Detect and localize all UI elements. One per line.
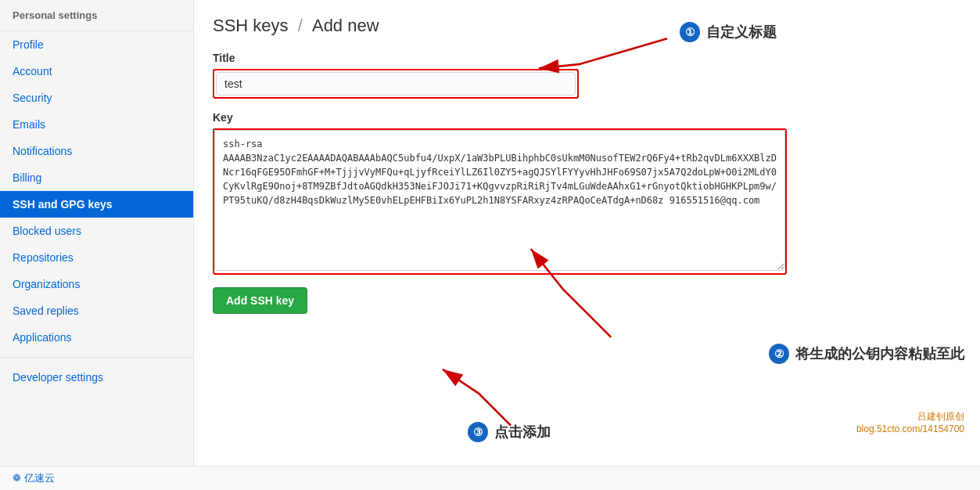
title-label: Title <box>213 52 961 64</box>
badge-2: ② <box>769 344 789 364</box>
key-textarea[interactable]: ssh-rsa AAAAB3NzaC1yc2EAAAADAQABAAAbAQC5… <box>214 130 785 271</box>
sidebar: Personal settings Profile Account Securi… <box>0 0 194 466</box>
annotation-2: ② 将生成的公钥内容粘贴至此 <box>769 344 964 364</box>
page-title-separator: / <box>298 16 307 35</box>
sidebar-item-emails[interactable]: Emails <box>0 111 193 138</box>
key-textarea-wrapper: ssh-rsa AAAAB3NzaC1yc2EAAAADAQABAAAbAQC5… <box>213 128 787 275</box>
sidebar-item-notifications[interactable]: Notifications <box>0 138 193 164</box>
page-title: SSH keys / Add new <box>213 16 961 36</box>
annotation-2-text: 将生成的公钥内容粘贴至此 <box>795 344 964 363</box>
footer-logo: ❁ 亿速云 <box>13 471 55 485</box>
watermark-line1: 吕建钊原创 <box>856 410 964 423</box>
sidebar-item-saved-replies[interactable]: Saved replies <box>0 297 193 324</box>
sidebar-item-profile[interactable]: Profile <box>0 31 193 58</box>
sidebar-item-developer-settings[interactable]: Developer settings <box>0 364 193 391</box>
sidebar-item-account[interactable]: Account <box>0 58 193 85</box>
annotation-3-text: 点击添加 <box>494 423 551 441</box>
watermark: 吕建钊原创 blog.51cto.com/14154700 <box>856 410 964 434</box>
title-form-group: Title <box>213 52 961 99</box>
page-title-suffix: Add new <box>312 16 379 35</box>
main-content: SSH keys / Add new Title Key ssh-rsa AAA… <box>194 0 980 466</box>
badge-3: ③ <box>468 422 488 442</box>
sidebar-item-repositories[interactable]: Repositories <box>0 244 193 271</box>
sidebar-item-organizations[interactable]: Organizations <box>0 271 193 297</box>
page-title-prefix: SSH keys <box>213 16 289 35</box>
sidebar-item-blocked-users[interactable]: Blocked users <box>0 218 193 244</box>
title-input-wrapper <box>213 69 579 99</box>
sidebar-item-security[interactable]: Security <box>0 85 193 111</box>
sidebar-header: Personal settings <box>0 0 193 31</box>
watermark-line2: blog.51cto.com/14154700 <box>856 423 964 434</box>
sidebar-item-billing[interactable]: Billing <box>0 164 193 191</box>
sidebar-item-applications[interactable]: Applications <box>0 324 193 351</box>
submit-area: Add SSH key <box>213 287 961 314</box>
footer: ❁ 亿速云 <box>0 466 980 490</box>
annotation-3: ③ 点击添加 <box>468 422 551 442</box>
sidebar-divider <box>0 357 193 358</box>
add-ssh-key-button[interactable]: Add SSH key <box>213 287 307 314</box>
key-form-group: Key ssh-rsa AAAAB3NzaC1yc2EAAAADAQABAAAb… <box>213 111 961 275</box>
key-label: Key <box>213 111 961 124</box>
sidebar-item-ssh-gpg-keys[interactable]: SSH and GPG keys <box>0 191 193 218</box>
title-input[interactable] <box>216 72 576 95</box>
